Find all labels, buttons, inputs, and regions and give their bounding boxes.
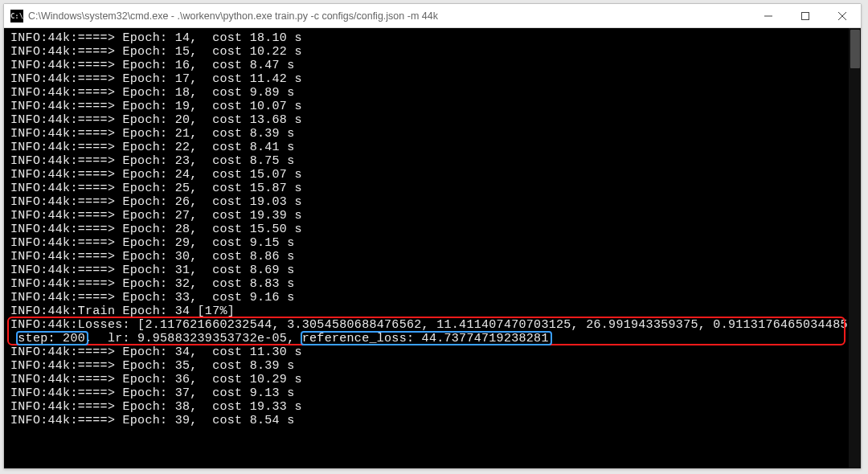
minimize-button[interactable] xyxy=(750,4,787,28)
log-line-epoch: INFO:44k:====> Epoch: 23, cost 8.75 s xyxy=(4,154,849,168)
log-line-epoch: INFO:44k:====> Epoch: 32, cost 8.83 s xyxy=(4,277,849,291)
log-line-losses: INFO:44k:Losses: [2.117621660232544, 3.3… xyxy=(4,318,849,332)
cmd-window: C:\ C:\Windows\system32\cmd.exe - .\work… xyxy=(3,3,862,469)
log-line-epoch: INFO:44k:====> Epoch: 22, cost 8.41 s xyxy=(4,141,849,154)
log-line-epoch: INFO:44k:====> Epoch: 34, cost 11.30 s xyxy=(4,345,849,359)
log-line-epoch: INFO:44k:====> Epoch: 26, cost 19.03 s xyxy=(4,195,849,209)
titlebar[interactable]: C:\ C:\Windows\system32\cmd.exe - .\work… xyxy=(4,4,861,28)
log-line-epoch: INFO:44k:====> Epoch: 28, cost 15.50 s xyxy=(4,223,849,236)
terminal-output[interactable]: INFO:44k:====> Epoch: 14, cost 18.10 sIN… xyxy=(4,28,849,468)
log-line-epoch: INFO:44k:====> Epoch: 17, cost 11.42 s xyxy=(4,72,849,86)
cmd-icon: C:\ xyxy=(10,10,23,22)
log-line-epoch: INFO:44k:====> Epoch: 31, cost 8.69 s xyxy=(4,264,849,277)
log-line-epoch: INFO:44k:====> Epoch: 24, cost 15.07 s xyxy=(4,168,849,182)
log-line-epoch: INFO:44k:====> Epoch: 30, cost 8.86 s xyxy=(4,250,849,264)
window-title: C:\Windows\system32\cmd.exe - .\workenv\… xyxy=(28,10,438,22)
log-line-epoch: INFO:44k:====> Epoch: 39, cost 8.54 s xyxy=(4,414,849,427)
log-line-epoch: INFO:44k:====> Epoch: 14, cost 18.10 s xyxy=(4,31,849,45)
log-line-epoch: INFO:44k:====> Epoch: 18, cost 9.89 s xyxy=(4,86,849,100)
log-line-epoch: INFO:44k:====> Epoch: 25, cost 15.87 s xyxy=(4,182,849,195)
log-line-epoch: INFO:44k:====> Epoch: 38, cost 19.33 s xyxy=(4,400,849,414)
log-line-epoch: INFO:44k:====> Epoch: 29, cost 9.15 s xyxy=(4,236,849,250)
log-line-epoch: INFO:44k:====> Epoch: 21, cost 8.39 s xyxy=(4,127,849,141)
log-line-epoch: INFO:44k:====> Epoch: 19, cost 10.07 s xyxy=(4,100,849,113)
log-line-epoch: INFO:44k:====> Epoch: 15, cost 10.22 s xyxy=(4,45,849,59)
log-line-epoch: INFO:44k:====> Epoch: 33, cost 9.16 s xyxy=(4,291,849,304)
log-line-epoch: INFO:44k:====> Epoch: 37, cost 9.13 s xyxy=(4,386,849,400)
log-line-train-epoch: INFO:44k:Train Epoch: 34 [17%] xyxy=(4,304,849,318)
svg-rect-1 xyxy=(802,12,809,19)
close-button[interactable] xyxy=(824,4,861,28)
log-line-epoch: INFO:44k:====> Epoch: 35, cost 8.39 s xyxy=(4,359,849,373)
scrollbar[interactable] xyxy=(849,28,861,468)
terminal-client[interactable]: INFO:44k:====> Epoch: 14, cost 18.10 sIN… xyxy=(4,28,861,468)
maximize-button[interactable] xyxy=(787,4,824,28)
log-line-losses-cont: step: 200, lr: 9.95883239353732e-05, ref… xyxy=(4,332,849,345)
scrollbar-thumb[interactable] xyxy=(850,30,860,68)
log-line-epoch: INFO:44k:====> Epoch: 36, cost 10.29 s xyxy=(4,373,849,386)
log-line-epoch: INFO:44k:====> Epoch: 27, cost 19.39 s xyxy=(4,209,849,223)
log-line-epoch: INFO:44k:====> Epoch: 20, cost 13.68 s xyxy=(4,113,849,127)
log-line-epoch: INFO:44k:====> Epoch: 16, cost 8.47 s xyxy=(4,59,849,72)
